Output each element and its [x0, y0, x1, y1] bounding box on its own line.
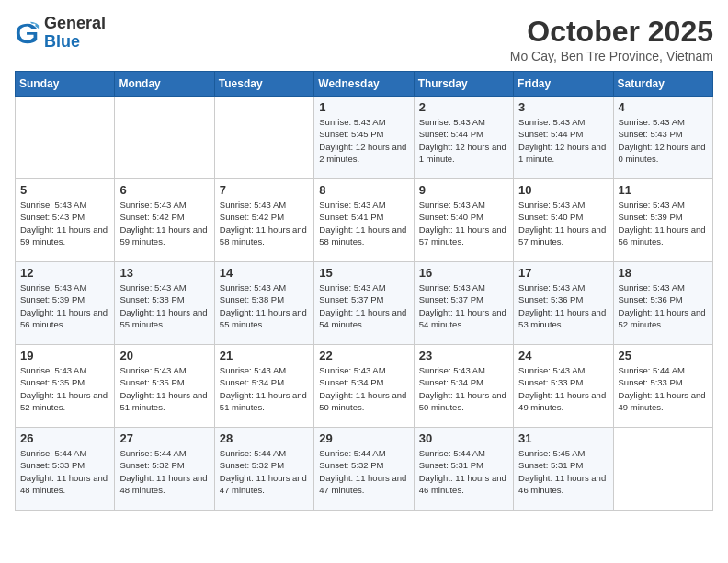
day-number: 20 — [119, 349, 209, 362]
day-number: 31 — [518, 431, 608, 445]
day-info: Sunrise: 5:43 AM Sunset: 5:35 PM Dayligh… — [119, 364, 209, 413]
calendar-cell: 23Sunrise: 5:43 AM Sunset: 5:34 PM Dayli… — [414, 345, 513, 428]
weekday-header-cell: Saturday — [613, 72, 712, 97]
day-info: Sunrise: 5:43 AM Sunset: 5:45 PM Dayligh… — [319, 116, 408, 165]
day-info: Sunrise: 5:44 AM Sunset: 5:33 PM Dayligh… — [20, 447, 109, 496]
calendar-week-row: 1Sunrise: 5:43 AM Sunset: 5:45 PM Daylig… — [16, 97, 713, 179]
day-info: Sunrise: 5:43 AM Sunset: 5:36 PM Dayligh… — [619, 282, 708, 330]
day-info: Sunrise: 5:43 AM Sunset: 5:39 PM Dayligh… — [619, 199, 708, 247]
title-block: October 2025 Mo Cay, Ben Tre Province, V… — [510, 15, 713, 63]
calendar-cell — [613, 428, 712, 511]
calendar-cell: 1Sunrise: 5:43 AM Sunset: 5:45 PM Daylig… — [314, 97, 414, 179]
day-number: 5 — [20, 183, 109, 197]
day-number: 10 — [518, 183, 608, 197]
day-number: 8 — [319, 183, 408, 197]
logo: General Blue — [15, 15, 106, 52]
weekday-header-cell: Sunday — [16, 72, 115, 97]
weekday-header-cell: Monday — [115, 72, 214, 97]
day-info: Sunrise: 5:43 AM Sunset: 5:39 PM Dayligh… — [20, 282, 109, 330]
day-number: 15 — [319, 266, 408, 280]
day-number: 26 — [20, 431, 109, 445]
calendar-week-row: 12Sunrise: 5:43 AM Sunset: 5:39 PM Dayli… — [16, 262, 713, 345]
day-info: Sunrise: 5:43 AM Sunset: 5:34 PM Dayligh… — [419, 364, 508, 413]
day-info: Sunrise: 5:44 AM Sunset: 5:32 PM Dayligh… — [119, 447, 209, 496]
calendar-cell: 27Sunrise: 5:44 AM Sunset: 5:32 PM Dayli… — [115, 428, 214, 511]
day-info: Sunrise: 5:44 AM Sunset: 5:32 PM Dayligh… — [319, 447, 408, 496]
day-number: 16 — [419, 266, 508, 280]
calendar-week-row: 5Sunrise: 5:43 AM Sunset: 5:43 PM Daylig… — [16, 179, 713, 262]
calendar-cell: 9Sunrise: 5:43 AM Sunset: 5:40 PM Daylig… — [414, 179, 513, 262]
day-number: 30 — [419, 431, 508, 445]
day-number: 2 — [419, 100, 508, 114]
day-info: Sunrise: 5:43 AM Sunset: 5:33 PM Dayligh… — [518, 364, 608, 413]
calendar-cell: 15Sunrise: 5:43 AM Sunset: 5:37 PM Dayli… — [314, 262, 414, 345]
calendar-cell: 17Sunrise: 5:43 AM Sunset: 5:36 PM Dayli… — [514, 262, 613, 345]
day-number: 22 — [319, 349, 408, 362]
calendar-cell: 6Sunrise: 5:43 AM Sunset: 5:42 PM Daylig… — [115, 179, 214, 262]
day-info: Sunrise: 5:43 AM Sunset: 5:42 PM Dayligh… — [119, 199, 209, 247]
calendar-body: 1Sunrise: 5:43 AM Sunset: 5:45 PM Daylig… — [16, 97, 713, 511]
day-number: 4 — [619, 100, 708, 114]
calendar-cell: 30Sunrise: 5:44 AM Sunset: 5:31 PM Dayli… — [414, 428, 513, 511]
day-number: 24 — [518, 349, 608, 362]
calendar-week-row: 26Sunrise: 5:44 AM Sunset: 5:33 PM Dayli… — [16, 428, 713, 511]
page-header: General Blue October 2025 Mo Cay, Ben Tr… — [15, 15, 713, 63]
day-number: 6 — [119, 183, 209, 197]
day-info: Sunrise: 5:43 AM Sunset: 5:35 PM Dayligh… — [20, 364, 109, 413]
calendar-cell: 2Sunrise: 5:43 AM Sunset: 5:44 PM Daylig… — [414, 97, 513, 179]
day-number: 3 — [518, 100, 608, 114]
day-number: 17 — [518, 266, 608, 280]
weekday-header-cell: Friday — [514, 72, 613, 97]
calendar-cell: 7Sunrise: 5:43 AM Sunset: 5:42 PM Daylig… — [214, 179, 313, 262]
day-number: 29 — [319, 431, 408, 445]
day-number: 13 — [119, 266, 209, 280]
calendar-cell: 13Sunrise: 5:43 AM Sunset: 5:38 PM Dayli… — [115, 262, 214, 345]
weekday-header-row: SundayMondayTuesdayWednesdayThursdayFrid… — [16, 72, 713, 97]
day-number: 21 — [220, 349, 309, 362]
logo-icon — [15, 20, 40, 46]
calendar-table: SundayMondayTuesdayWednesdayThursdayFrid… — [15, 71, 713, 511]
day-info: Sunrise: 5:45 AM Sunset: 5:31 PM Dayligh… — [518, 447, 608, 496]
day-info: Sunrise: 5:43 AM Sunset: 5:38 PM Dayligh… — [220, 282, 309, 330]
calendar-cell: 25Sunrise: 5:44 AM Sunset: 5:33 PM Dayli… — [613, 345, 712, 428]
calendar-cell: 4Sunrise: 5:43 AM Sunset: 5:43 PM Daylig… — [613, 97, 712, 179]
day-number: 14 — [220, 266, 309, 280]
day-info: Sunrise: 5:43 AM Sunset: 5:43 PM Dayligh… — [619, 116, 708, 165]
calendar-cell — [16, 97, 115, 179]
day-info: Sunrise: 5:43 AM Sunset: 5:40 PM Dayligh… — [419, 199, 508, 247]
day-number: 28 — [220, 431, 309, 445]
calendar-cell: 14Sunrise: 5:43 AM Sunset: 5:38 PM Dayli… — [214, 262, 313, 345]
day-info: Sunrise: 5:43 AM Sunset: 5:44 PM Dayligh… — [419, 116, 508, 165]
calendar-cell: 28Sunrise: 5:44 AM Sunset: 5:32 PM Dayli… — [214, 428, 313, 511]
day-number: 27 — [119, 431, 209, 445]
weekday-header-cell: Tuesday — [214, 72, 313, 97]
calendar-cell — [115, 97, 214, 179]
weekday-header-cell: Wednesday — [314, 72, 414, 97]
calendar-cell: 31Sunrise: 5:45 AM Sunset: 5:31 PM Dayli… — [514, 428, 613, 511]
calendar-cell: 10Sunrise: 5:43 AM Sunset: 5:40 PM Dayli… — [514, 179, 613, 262]
calendar-cell: 29Sunrise: 5:44 AM Sunset: 5:32 PM Dayli… — [314, 428, 414, 511]
day-number: 23 — [419, 349, 508, 362]
day-info: Sunrise: 5:43 AM Sunset: 5:37 PM Dayligh… — [419, 282, 508, 330]
calendar-cell: 3Sunrise: 5:43 AM Sunset: 5:44 PM Daylig… — [514, 97, 613, 179]
day-info: Sunrise: 5:43 AM Sunset: 5:41 PM Dayligh… — [319, 199, 408, 247]
day-info: Sunrise: 5:43 AM Sunset: 5:36 PM Dayligh… — [518, 282, 608, 330]
day-number: 18 — [619, 266, 708, 280]
calendar-cell: 18Sunrise: 5:43 AM Sunset: 5:36 PM Dayli… — [613, 262, 712, 345]
calendar-cell: 26Sunrise: 5:44 AM Sunset: 5:33 PM Dayli… — [16, 428, 115, 511]
calendar-cell: 8Sunrise: 5:43 AM Sunset: 5:41 PM Daylig… — [314, 179, 414, 262]
day-info: Sunrise: 5:43 AM Sunset: 5:40 PM Dayligh… — [518, 199, 608, 247]
calendar-cell: 20Sunrise: 5:43 AM Sunset: 5:35 PM Dayli… — [115, 345, 214, 428]
day-number: 7 — [220, 183, 309, 197]
calendar-cell — [214, 97, 313, 179]
calendar-cell: 11Sunrise: 5:43 AM Sunset: 5:39 PM Dayli… — [613, 179, 712, 262]
calendar-cell: 22Sunrise: 5:43 AM Sunset: 5:34 PM Dayli… — [314, 345, 414, 428]
calendar-cell: 21Sunrise: 5:43 AM Sunset: 5:34 PM Dayli… — [214, 345, 313, 428]
calendar-cell: 5Sunrise: 5:43 AM Sunset: 5:43 PM Daylig… — [16, 179, 115, 262]
day-number: 1 — [319, 100, 408, 114]
day-info: Sunrise: 5:44 AM Sunset: 5:32 PM Dayligh… — [220, 447, 309, 496]
calendar-cell: 16Sunrise: 5:43 AM Sunset: 5:37 PM Dayli… — [414, 262, 513, 345]
day-info: Sunrise: 5:43 AM Sunset: 5:34 PM Dayligh… — [319, 364, 408, 413]
calendar-cell: 12Sunrise: 5:43 AM Sunset: 5:39 PM Dayli… — [16, 262, 115, 345]
day-number: 25 — [619, 349, 708, 362]
